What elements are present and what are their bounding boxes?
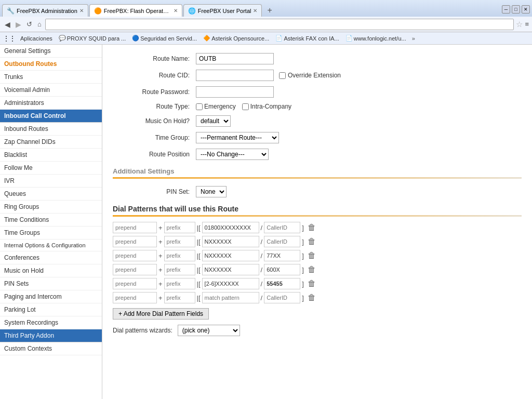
dp4-match[interactable]	[202, 264, 259, 275]
dp2-callerid[interactable]	[264, 236, 300, 247]
sidebar-item-custom-contexts[interactable]: Custom Contexts	[0, 342, 102, 355]
address-bar[interactable]: .7/admin/config.php?display=routing&extd…	[45, 19, 514, 30]
dp6-bracket-open: |[	[197, 294, 201, 302]
bookmark-seguridad[interactable]: 🔵 Seguridad en Servid...	[129, 34, 200, 42]
dp2-prepend[interactable]	[113, 236, 157, 247]
dp4-callerid[interactable]	[264, 264, 300, 275]
sidebar-item-voicemail-admin[interactable]: Voicemail Admin	[0, 84, 102, 97]
dp5-prefix[interactable]	[164, 278, 195, 289]
maximize-button[interactable]: □	[512, 5, 520, 14]
tab-freepbx-admin[interactable]: 🔧 FreePBX Administration ✕	[2, 4, 88, 17]
add-more-dial-patterns-button[interactable]: + Add More Dial Pattern Fields	[113, 308, 209, 320]
dp6-prepend[interactable]	[113, 292, 157, 303]
dp3-delete-button[interactable]: 🗑	[305, 251, 318, 260]
tab-user-portal-close[interactable]: ✕	[253, 8, 257, 14]
sidebar-item-parking-lot[interactable]: Parking Lot	[0, 303, 102, 316]
sidebar-item-ivr[interactable]: IVR	[0, 175, 102, 188]
sidebar-item-inbound-routes[interactable]: Inbound Routes	[0, 123, 102, 136]
sidebar-item-administrators[interactable]: Administrators	[0, 97, 102, 110]
sidebar-item-zap-channel-dids[interactable]: Zap Channel DIDs	[0, 136, 102, 149]
emergency-checkbox[interactable]	[196, 103, 203, 110]
dp1-delete-button[interactable]: 🗑	[305, 223, 318, 232]
sidebar-item-paging-intercom[interactable]: Paging and Intercom	[0, 290, 102, 303]
sidebar-item-general-settings[interactable]: General Settings	[0, 45, 102, 58]
dp3-match[interactable]	[202, 250, 259, 261]
home-button[interactable]: ⌂	[36, 20, 43, 29]
dp1-match[interactable]	[202, 222, 259, 233]
override-extension-checkbox[interactable]	[279, 72, 286, 79]
time-group-row: Time Group: ---Permanent Route---	[113, 132, 522, 143]
sidebar-item-third-party-addon[interactable]: Third Party Addon	[0, 329, 102, 342]
dp6-prefix[interactable]	[164, 292, 195, 303]
sidebar-item-pin-sets[interactable]: PIN Sets	[0, 277, 102, 290]
route-name-input[interactable]	[196, 53, 274, 64]
bookmark-fonlogic[interactable]: 📄 www.fonlogic.net/u...	[343, 34, 409, 42]
sidebar-item-queues[interactable]: Queues	[0, 188, 102, 201]
time-group-select[interactable]: ---Permanent Route---	[196, 132, 279, 143]
sidebar-item-outbound-routes[interactable]: Outbound Routes	[0, 58, 102, 71]
bookmark-fax[interactable]: 📄 Asterisk FAX con IA...	[273, 34, 341, 42]
dp6-delete-button[interactable]: 🗑	[305, 293, 318, 302]
pin-set-select[interactable]: None	[196, 186, 227, 197]
sidebar-item-internal-options[interactable]: Internal Options & Configuration	[0, 240, 102, 251]
dp6-match[interactable]	[202, 292, 259, 303]
menu-button[interactable]: ≡	[525, 20, 529, 28]
bookmark-proxy-squid[interactable]: 💬 PROXY SQUID para ...	[56, 34, 129, 42]
sidebar-item-trunks[interactable]: Trunks	[0, 71, 102, 84]
sidebar-item-system-recordings[interactable]: System Recordings	[0, 316, 102, 329]
dp6-callerid[interactable]	[264, 292, 300, 303]
tab-user-portal[interactable]: 🌐 FreePBX User Portal ✕	[183, 4, 262, 17]
dial-wizards-select[interactable]: (pick one)	[178, 325, 240, 336]
bookmark-star[interactable]: ☆	[516, 20, 523, 29]
music-on-hold-select[interactable]: default	[196, 115, 231, 127]
intra-company-checkbox-label[interactable]: Intra-Company	[242, 103, 291, 110]
dp1-callerid[interactable]	[264, 222, 300, 233]
additional-settings-line	[113, 177, 522, 179]
dp1-prepend[interactable]	[113, 222, 157, 233]
dp1-prefix[interactable]	[164, 222, 195, 233]
sidebar-item-music-on-hold[interactable]: Music on Hold	[0, 264, 102, 277]
minimize-button[interactable]: ─	[502, 5, 510, 14]
forward-button[interactable]: ▶	[14, 20, 23, 29]
back-button[interactable]: ◀	[3, 20, 12, 29]
dp2-slash: /	[261, 238, 263, 246]
dp3-prepend[interactable]	[113, 250, 157, 261]
close-button[interactable]: ✕	[522, 5, 530, 14]
dp2-prefix[interactable]	[164, 236, 195, 247]
tab-user-portal-label: FreePBX User Portal	[198, 8, 251, 14]
bookmark-asterisk[interactable]: 🔶 Asterisk Opensource...	[201, 34, 272, 42]
dp3-callerid[interactable]	[264, 250, 300, 261]
dp2-match[interactable]	[202, 236, 259, 247]
reload-button[interactable]: ↺	[25, 20, 34, 29]
route-position-select[interactable]: ---No Change---	[196, 149, 269, 160]
dp5-prepend[interactable]	[113, 278, 157, 289]
dp4-prepend[interactable]	[113, 264, 157, 275]
route-cid-input[interactable]	[196, 70, 274, 81]
new-tab-button[interactable]: +	[263, 4, 276, 17]
override-extension-label[interactable]: Override Extension	[279, 72, 341, 79]
apps-icon: ⋮⋮	[3, 35, 16, 42]
dp2-delete-button[interactable]: 🗑	[305, 237, 318, 246]
dp5-callerid[interactable]	[264, 278, 300, 289]
dp5-delete-button[interactable]: 🗑	[305, 279, 318, 288]
sidebar-item-blacklist[interactable]: Blacklist	[0, 149, 102, 162]
sidebar-item-ring-groups[interactable]: Ring Groups	[0, 201, 102, 214]
sidebar-item-inbound-call-control[interactable]: Inbound Call Control	[0, 110, 102, 123]
dp4-delete-button[interactable]: 🗑	[305, 265, 318, 274]
route-password-input[interactable]	[196, 86, 274, 98]
intra-company-checkbox[interactable]	[242, 103, 249, 110]
sidebar-item-conferences[interactable]: Conferences	[0, 251, 102, 264]
dp5-match[interactable]	[202, 278, 259, 289]
more-bookmarks[interactable]: »	[410, 35, 417, 42]
dp4-prefix[interactable]	[164, 264, 195, 275]
tab-flash-operator[interactable]: 🟠 FreePBX: Flash Operator P... ✕	[89, 4, 182, 17]
tab-freepbx-admin-close[interactable]: ✕	[79, 8, 84, 14]
sidebar-item-follow-me[interactable]: Follow Me	[0, 162, 102, 175]
bookmark-aplicaciones[interactable]: Aplicaciones	[18, 35, 55, 42]
tab-flash-operator-close[interactable]: ✕	[174, 8, 178, 14]
sidebar-item-time-conditions[interactable]: Time Conditions	[0, 214, 102, 227]
dp3-prefix[interactable]	[164, 250, 195, 261]
sidebar-item-time-groups[interactable]: Time Groups	[0, 227, 102, 240]
dp6-bracket-close: ]	[302, 294, 304, 302]
emergency-checkbox-label[interactable]: Emergency	[196, 103, 236, 110]
